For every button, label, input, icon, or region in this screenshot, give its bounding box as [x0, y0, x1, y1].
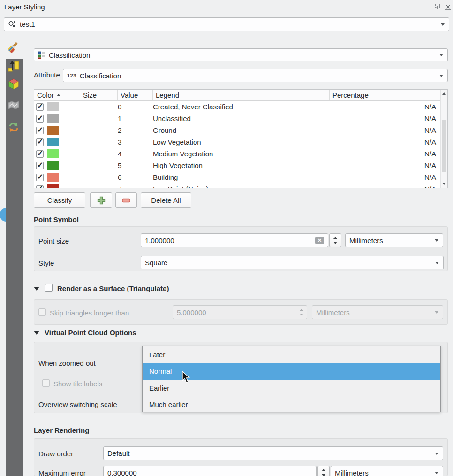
clear-text-icon[interactable]: ✕ [315, 237, 324, 244]
render-surface-title[interactable]: Render as a Surface (Triangulate) [57, 284, 169, 292]
draw-order-label: Draw order [38, 450, 73, 458]
row-color-swatch[interactable] [47, 126, 59, 135]
row-legend: Created, Never Classified [153, 103, 330, 111]
maximum-error-unit-selector[interactable]: Millimeters [331, 466, 443, 476]
column-header-color[interactable]: Color [34, 90, 80, 100]
titlebar: Layer Styling [0, 0, 453, 14]
dropdown-option[interactable]: Later [143, 346, 440, 363]
point-size-spinner[interactable] [329, 233, 341, 247]
row-color-swatch[interactable] [47, 161, 59, 170]
table-row[interactable]: 7 Low Point (Noise) N/A [34, 183, 447, 188]
skip-triangles-checkbox[interactable] [38, 308, 46, 316]
dropdown-arrow-icon [435, 453, 438, 455]
remove-class-button[interactable] [115, 192, 137, 208]
scroll-down-icon[interactable] [442, 183, 446, 185]
scrollbar-thumb[interactable] [442, 120, 446, 172]
add-class-button[interactable] [90, 192, 112, 208]
row-legend: High Vegetation [153, 161, 330, 169]
map-overview-icon [8, 100, 20, 113]
dropdown-arrow-icon [435, 311, 438, 314]
maximum-error-spinner[interactable] [317, 466, 330, 476]
spinner-icons[interactable] [300, 308, 304, 316]
point-size-unit-selector[interactable]: Millimeters [345, 233, 443, 247]
spin-down-icon[interactable] [333, 242, 337, 244]
table-row[interactable]: 2 Ground N/A [34, 124, 447, 136]
point-size-input[interactable]: 1.000000 ✕ [141, 233, 328, 247]
attribute-selector[interactable]: 123 Classification [63, 69, 448, 82]
row-color-swatch[interactable] [47, 114, 59, 123]
sidebar-item-3d-view[interactable] [7, 78, 20, 91]
table-row[interactable]: 3 Low Vegetation N/A [34, 136, 447, 148]
row-visibility-checkbox[interactable] [36, 162, 44, 169]
dropdown-arrow-icon [435, 472, 438, 474]
dropdown-option[interactable]: Much earlier [143, 396, 440, 413]
row-visibility-checkbox[interactable] [36, 103, 44, 111]
column-header-legend[interactable]: Legend [153, 90, 330, 100]
row-visibility-checkbox[interactable] [36, 185, 44, 189]
row-visibility-checkbox[interactable] [36, 115, 44, 123]
attribute-label: Attribute [34, 71, 60, 79]
column-header-percentage[interactable]: Percentage [330, 90, 447, 100]
table-row[interactable]: 4 Medium Vegetation N/A [34, 148, 447, 160]
spin-up-icon[interactable] [333, 237, 337, 239]
vpc-options-title[interactable]: Virtual Point Cloud Options [45, 329, 136, 337]
spin-up-icon[interactable] [322, 469, 325, 471]
row-color-swatch[interactable] [47, 184, 59, 188]
point-symbol-title: Point Symbol [34, 215, 79, 223]
delete-all-button[interactable]: Delete All [141, 192, 191, 208]
skip-triangles-input[interactable]: 5.000000 [173, 305, 307, 319]
elevation-icon [8, 60, 20, 74]
maximum-error-input[interactable]: 0.300000 [103, 466, 317, 476]
skip-triangles-unit-selector[interactable]: Millimeters [312, 305, 443, 319]
float-panel-icon[interactable] [434, 4, 440, 10]
row-visibility-checkbox[interactable] [36, 138, 44, 146]
sidebar-item-elevation[interactable] [7, 60, 20, 73]
scroll-up-icon[interactable] [442, 92, 446, 95]
dropdown-arrow-icon [435, 239, 438, 242]
row-value: 4 [118, 150, 153, 158]
sidebar-item-overview[interactable] [7, 100, 20, 113]
table-row[interactable]: 5 High Vegetation N/A [34, 160, 447, 171]
row-value: 3 [118, 138, 153, 146]
point-cloud-layer-icon [8, 20, 16, 29]
row-percentage: N/A [330, 173, 447, 181]
column-header-size[interactable]: Size [80, 90, 118, 100]
collapse-arrow-icon[interactable] [34, 287, 39, 291]
row-value: 0 [118, 103, 153, 111]
sort-ascending-icon [57, 94, 60, 96]
table-row[interactable]: 6 Building N/A [34, 171, 447, 183]
renderer-value: Classification [49, 51, 90, 59]
table-scrollbar[interactable] [440, 90, 447, 188]
column-header-value[interactable]: Value [118, 90, 153, 100]
dropdown-arrow-icon [435, 262, 439, 264]
table-row[interactable]: 1 Unclassified N/A [34, 113, 447, 124]
row-legend: Unclassified [153, 115, 330, 123]
spin-down-icon[interactable] [322, 474, 325, 476]
collapse-arrow-icon[interactable] [34, 331, 39, 335]
sidebar-item-symbology[interactable] [7, 41, 20, 54]
style-label: Style [38, 259, 54, 267]
renderer-selector[interactable]: Classification [34, 48, 448, 61]
table-row[interactable]: 0 Created, Never Classified N/A [34, 101, 447, 113]
row-visibility-checkbox[interactable] [36, 174, 44, 181]
row-value: 1 [118, 115, 153, 123]
dropdown-arrow-icon [439, 54, 443, 56]
skip-triangles-label: Skip triangles longer than [50, 309, 129, 317]
draw-order-selector[interactable]: Default [103, 446, 443, 460]
render-surface-checkbox[interactable] [45, 284, 53, 292]
layer-styling-panel: Layer Styling test1 [0, 0, 453, 476]
style-selector[interactable]: Square [141, 256, 444, 269]
row-color-swatch[interactable] [47, 173, 59, 182]
classes-table: Color Size Value Legend Percentage 0 Cre… [34, 89, 448, 188]
show-tile-labels-checkbox[interactable] [42, 379, 50, 387]
layer-selector[interactable]: test1 [4, 17, 449, 31]
row-visibility-checkbox[interactable] [36, 127, 44, 134]
row-percentage: N/A [330, 126, 447, 134]
close-panel-icon[interactable] [445, 4, 452, 10]
row-color-swatch[interactable] [47, 149, 59, 158]
row-visibility-checkbox[interactable] [36, 150, 44, 158]
classify-button[interactable]: Classify [34, 192, 85, 208]
sidebar-item-history[interactable] [7, 121, 20, 134]
row-color-swatch[interactable] [47, 138, 59, 146]
row-color-swatch[interactable] [47, 102, 59, 111]
